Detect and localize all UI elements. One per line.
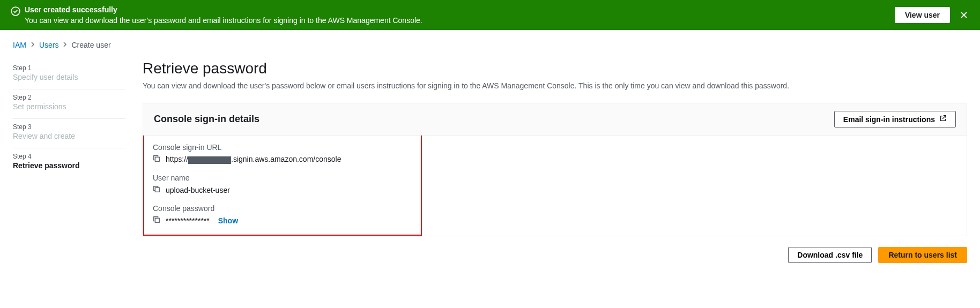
breadcrumb: IAM Users Create user — [13, 41, 967, 49]
step-specify-user-details: Step 1 Specify user details — [13, 60, 125, 89]
breadcrumb-current: Create user — [71, 41, 110, 49]
step-retrieve-password: Step 4 Retrieve password — [13, 148, 125, 177]
view-user-button[interactable]: View user — [895, 7, 950, 23]
svg-rect-1 — [155, 157, 159, 161]
signin-url-field: Console sign-in URL https://.signin.aws.… — [153, 143, 412, 164]
success-banner: User created successfully You can view a… — [0, 0, 980, 30]
copy-icon[interactable] — [153, 155, 160, 164]
signin-url-label: Console sign-in URL — [153, 143, 412, 152]
success-check-icon — [11, 6, 20, 18]
footer-actions: Download .csv file Return to users list — [143, 247, 967, 263]
svg-rect-2 — [155, 187, 159, 192]
step-set-permissions: Step 2 Set permissions — [13, 89, 125, 119]
chevron-right-icon — [31, 41, 35, 49]
svg-rect-3 — [155, 218, 159, 222]
breadcrumb-iam[interactable]: IAM — [13, 41, 26, 49]
console-signin-panel: Console sign-in details Email sign-in in… — [143, 103, 967, 236]
email-signin-button[interactable]: Email sign-in instructions — [834, 111, 956, 127]
banner-description: You can view and download the user's pas… — [25, 16, 422, 25]
chevron-right-icon — [63, 41, 67, 49]
signin-url-value: https://.signin.aws.amazon.com/console — [166, 155, 341, 163]
page-title: Retrieve password — [143, 60, 967, 77]
email-button-label: Email sign-in instructions — [843, 115, 935, 124]
step-review-create: Step 3 Review and create — [13, 119, 125, 148]
breadcrumb-users[interactable]: Users — [39, 41, 59, 49]
redacted-account-id — [188, 156, 231, 164]
username-value: upload-bucket-user — [166, 186, 230, 194]
external-link-icon — [939, 115, 947, 124]
panel-title: Console sign-in details — [154, 114, 259, 125]
show-password-link[interactable]: Show — [218, 216, 238, 225]
close-icon[interactable] — [959, 10, 969, 20]
return-users-list-button[interactable]: Return to users list — [878, 247, 967, 263]
copy-icon[interactable] — [153, 185, 160, 194]
banner-title: User created successfully — [25, 5, 422, 14]
page-description: You can view and download the user's pas… — [143, 81, 967, 90]
copy-icon[interactable] — [153, 216, 160, 225]
download-csv-button[interactable]: Download .csv file — [788, 247, 872, 263]
password-field: Console password *************** Show — [153, 204, 412, 225]
password-value: *************** — [166, 216, 210, 225]
wizard-steps: Step 1 Specify user details Step 2 Set p… — [13, 60, 125, 263]
password-label: Console password — [153, 204, 412, 213]
username-field: User name upload-bucket-user — [153, 174, 412, 194]
username-label: User name — [153, 174, 412, 182]
